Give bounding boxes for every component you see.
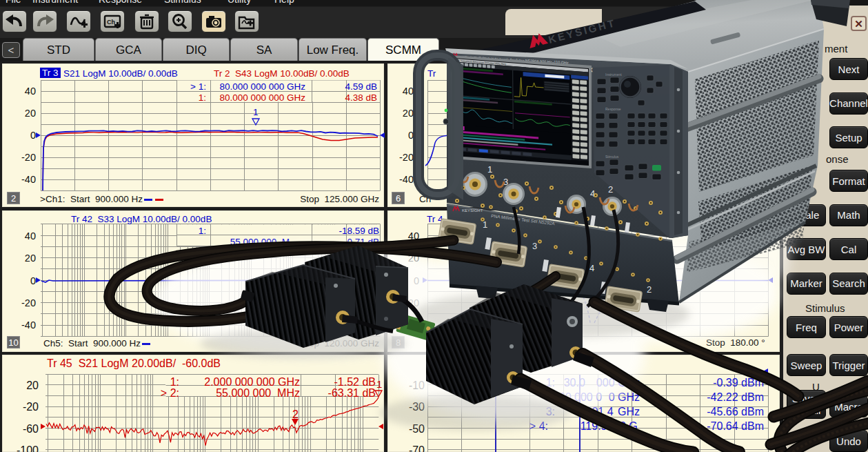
svg-text:4: 4 (589, 263, 594, 273)
svg-text:Stimulus: Stimulus (605, 155, 619, 159)
svg-text:1: 1 (487, 164, 492, 175)
svg-text:2: 2 (647, 284, 652, 295)
svg-text:4: 4 (590, 188, 595, 199)
svg-text:KEYSIGHT: KEYSIGHT (462, 208, 483, 213)
svg-text:Instrument: Instrument (605, 72, 622, 77)
svg-text:3: 3 (532, 241, 537, 251)
svg-text:2: 2 (608, 184, 613, 195)
svg-text:Response: Response (605, 107, 621, 111)
